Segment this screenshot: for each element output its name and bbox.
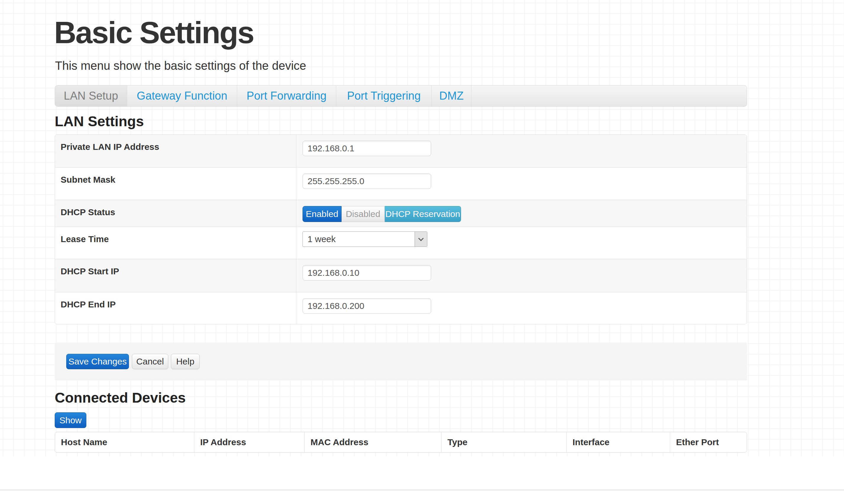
subnet-mask-input[interactable]: [302, 174, 431, 189]
page-subtitle: This menu show the basic settings of the…: [55, 59, 306, 72]
dhcp-start-ip-input[interactable]: [302, 265, 431, 281]
footer-divider: [0, 489, 844, 490]
subnet-mask-label: Subnet Mask: [55, 168, 296, 200]
form-row-dhcp-status: DHCP Status Enabled Disabled DHCP Reserv…: [55, 200, 747, 227]
tab-gateway-function[interactable]: Gateway Function: [127, 86, 237, 106]
dhcp-start-ip-label: DHCP Start IP: [55, 259, 296, 292]
chevron-down-icon: [415, 232, 427, 247]
form-row-dhcp-start-ip: DHCP Start IP: [55, 259, 747, 292]
connected-devices-table: Host Name IP Address MAC Address Type In…: [55, 432, 747, 453]
lease-time-label: Lease Time: [55, 227, 296, 259]
dhcp-end-ip-label: DHCP End IP: [55, 292, 296, 324]
connected-devices-heading: Connected Devices: [55, 390, 186, 406]
form-row-private-lan-ip: Private LAN IP Address: [55, 135, 747, 167]
tab-port-forwarding[interactable]: Port Forwarding: [237, 86, 336, 106]
save-changes-button[interactable]: Save Changes: [66, 354, 129, 369]
dhcp-disabled-button[interactable]: Disabled: [341, 206, 385, 222]
lan-settings-heading: LAN Settings: [55, 113, 144, 129]
dhcp-enabled-button[interactable]: Enabled: [302, 206, 341, 222]
cancel-button[interactable]: Cancel: [132, 354, 168, 369]
tab-port-triggering[interactable]: Port Triggering: [336, 86, 432, 106]
form-row-subnet-mask: Subnet Mask: [55, 167, 747, 200]
column-header-ip-address: IP Address: [194, 432, 304, 452]
form-row-dhcp-end-ip: DHCP End IP: [55, 292, 747, 324]
column-header-interface: Interface: [566, 432, 670, 452]
column-header-host-name: Host Name: [55, 432, 194, 452]
page-title: Basic Settings: [54, 14, 254, 51]
dhcp-status-button-group: Enabled Disabled DHCP Reservation: [302, 206, 747, 222]
tab-dmz[interactable]: DMZ: [432, 86, 471, 106]
private-lan-ip-label: Private LAN IP Address: [55, 135, 296, 167]
tab-lan-setup[interactable]: LAN Setup: [55, 86, 127, 106]
lan-settings-form: Private LAN IP Address Subnet Mask DHCP …: [55, 134, 747, 324]
lease-time-select[interactable]: 1 week: [302, 232, 427, 247]
column-header-type: Type: [441, 432, 566, 452]
dhcp-status-label: DHCP Status: [55, 200, 296, 227]
tab-bar-filler: [471, 86, 747, 106]
help-button[interactable]: Help: [171, 354, 199, 369]
column-header-mac-address: MAC Address: [304, 432, 441, 452]
dhcp-reservation-button[interactable]: DHCP Reservation: [385, 206, 461, 222]
form-actions-bar: Save Changes Cancel Help: [55, 343, 747, 380]
show-button[interactable]: Show: [55, 412, 86, 428]
private-lan-ip-input[interactable]: [302, 141, 431, 156]
lease-time-selected-value: 1 week: [303, 232, 415, 247]
dhcp-end-ip-input[interactable]: [302, 298, 431, 313]
form-row-lease-time: Lease Time 1 week: [55, 227, 747, 259]
column-header-ether-port: Ether Port: [670, 432, 747, 452]
page: Basic Settings This menu show the basic …: [0, 0, 844, 504]
tab-bar: LAN Setup Gateway Function Port Forwardi…: [55, 85, 747, 107]
